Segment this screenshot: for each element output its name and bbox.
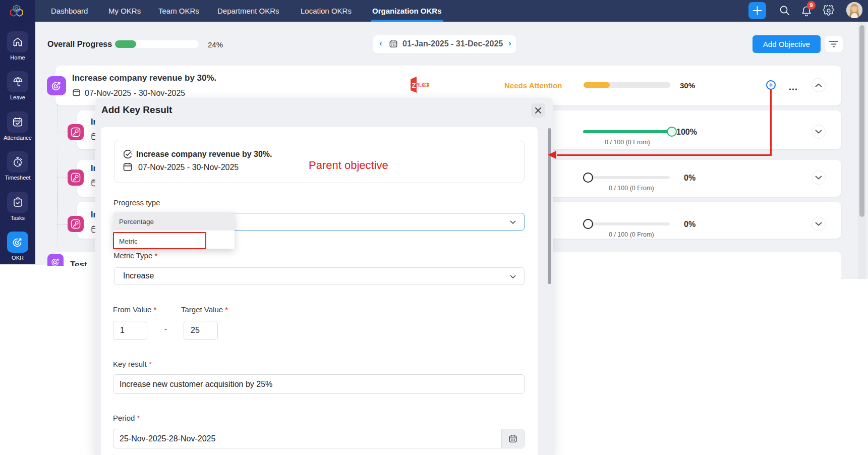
svg-text:Z: Z <box>412 82 416 89</box>
svg-text:YLKER: YLKER <box>417 82 430 89</box>
